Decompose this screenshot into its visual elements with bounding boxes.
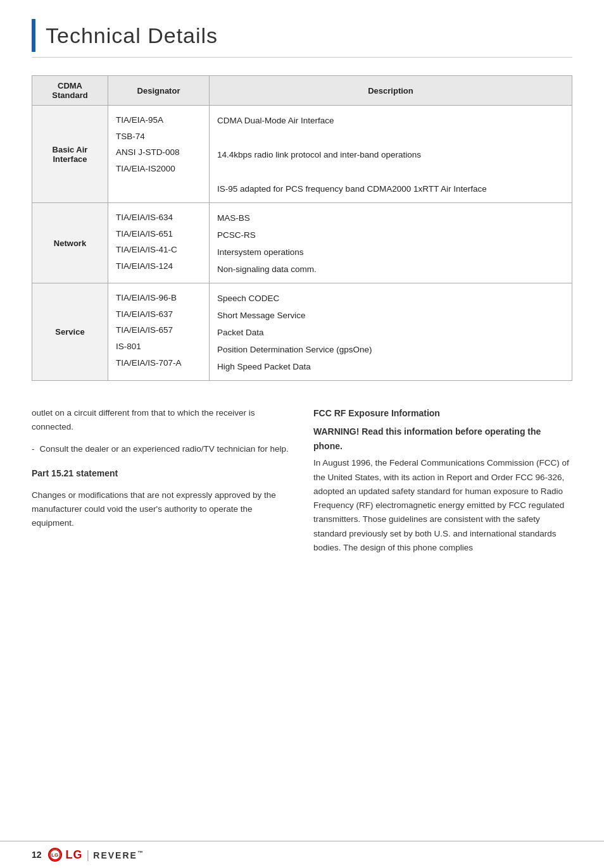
table-row: Network TIA/EIA/IS-634TIA/EIA/IS-651TIA/…: [32, 203, 572, 283]
footer-logo: LG LG | REVERE™: [48, 848, 144, 862]
col-header-description: Description: [210, 76, 572, 106]
svg-text:LG: LG: [51, 852, 58, 858]
left-column: outlet on a circuit different from that …: [32, 406, 291, 555]
footer-divider: |: [87, 848, 90, 862]
designator-service: TIA/EIA/IS-96-BTIA/EIA/IS-637TIA/EIA/IS-…: [108, 283, 210, 381]
body-columns: outlet on a circuit different from that …: [32, 406, 572, 555]
lg-circle-icon: LG: [48, 848, 62, 862]
designator-basic-air: TIA/EIA-95ATSB-74ANSI J-STD-008TIA/EIA-I…: [108, 106, 210, 203]
list-dash: -: [32, 442, 35, 456]
blue-accent-bar: [32, 19, 35, 52]
title-section: Technical Details: [32, 19, 572, 58]
table-header-row: CDMAStandard Designator Description: [32, 76, 572, 106]
col-header-designator: Designator: [108, 76, 210, 106]
list-item-text: Consult the dealer or an experienced rad…: [40, 442, 289, 456]
description-network: MAS-BSPCSC-RSIntersystem operationsNon-s…: [210, 203, 572, 283]
description-service: Speech CODECShort Message ServicePacket …: [210, 283, 572, 381]
category-service: Service: [32, 283, 108, 381]
list-item: - Consult the dealer or an experienced r…: [32, 442, 291, 456]
technical-table: CDMAStandard Designator Description Basi…: [32, 75, 572, 381]
fcc-heading: FCC RF Exposure Information: [313, 406, 572, 421]
part-text: Changes or modifications that are not ex…: [32, 488, 291, 531]
fcc-body-text: In August 1996, the Federal Communicatio…: [313, 456, 572, 555]
col-header-cdma: CDMAStandard: [32, 76, 108, 106]
intro-text: outlet on a circuit different from that …: [32, 406, 291, 435]
category-network: Network: [32, 203, 108, 283]
lg-brand-text: LG: [66, 848, 83, 862]
footer-product-name: REVERE™: [93, 850, 144, 860]
part-heading: Part 15.21 statement: [32, 466, 291, 481]
description-basic-air: CDMA Dual-Mode Air Interface 14.4kbps ra…: [210, 106, 572, 203]
page-title: Technical Details: [46, 23, 218, 48]
right-column: FCC RF Exposure Information WARNING! Rea…: [313, 406, 572, 555]
warning-heading: WARNING! Read this information before op…: [313, 425, 572, 454]
table-row: Basic AirInterface TIA/EIA-95ATSB-74ANSI…: [32, 106, 572, 203]
page-footer: 12 LG LG | REVERE™: [0, 841, 604, 868]
designator-network: TIA/EIA/IS-634TIA/EIA/IS-651TIA/EIA/IS-4…: [108, 203, 210, 283]
category-basic-air: Basic AirInterface: [32, 106, 108, 203]
footer-page-number: 12: [32, 850, 42, 860]
table-row: Service TIA/EIA/IS-96-BTIA/EIA/IS-637TIA…: [32, 283, 572, 381]
